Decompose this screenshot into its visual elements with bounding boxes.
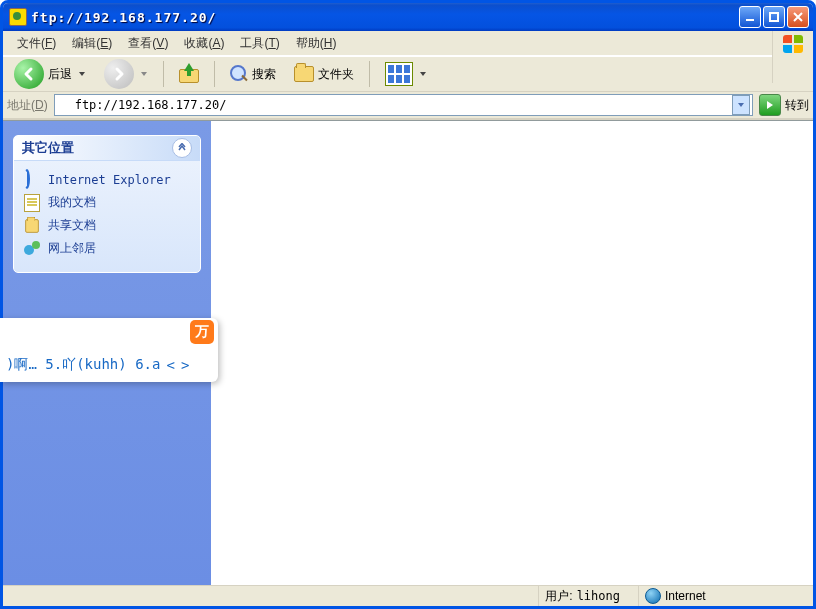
- separator: [163, 61, 164, 87]
- explorer-window: ftp://192.168.177.20/ 文件(F) 编辑(E) 查看(V) …: [0, 0, 816, 609]
- documents-icon: [24, 195, 40, 211]
- status-zone: Internet: [638, 586, 813, 606]
- link-label: 共享文档: [48, 217, 96, 234]
- views-button[interactable]: [378, 59, 434, 89]
- menu-bar: 文件(F) 编辑(E) 查看(V) 收藏(A) 工具(T) 帮助(H): [3, 31, 813, 56]
- panel-title: 其它位置: [22, 139, 74, 157]
- go-icon: [759, 94, 781, 116]
- panel-body: Internet Explorer 我的文档 共享文档 网上邻居: [14, 161, 200, 272]
- minimize-button[interactable]: [739, 6, 761, 28]
- folder-up-icon: [179, 65, 199, 83]
- folder-icon: [24, 218, 40, 234]
- link-label: Internet Explorer: [48, 173, 171, 187]
- chevron-down-icon: [419, 70, 427, 78]
- folders-button[interactable]: 文件夹: [287, 59, 361, 89]
- file-list-view[interactable]: [211, 121, 813, 585]
- address-field[interactable]: ftp://192.168.177.20/: [54, 94, 753, 116]
- chevron-up-icon: [177, 143, 187, 153]
- menu-file[interactable]: 文件(F): [9, 32, 64, 55]
- views-icon: [385, 62, 413, 86]
- ime-next-icon[interactable]: >: [181, 357, 189, 373]
- chevron-down-icon: [140, 70, 148, 78]
- link-label: 我的文档: [48, 194, 96, 211]
- user-value: lihong: [577, 589, 620, 603]
- maximize-button[interactable]: [763, 6, 785, 28]
- address-bar: 地址(D) ftp://192.168.177.20/ 转到: [3, 92, 813, 120]
- toolbar: 后退 搜索 文件夹: [3, 56, 813, 92]
- ime-candidate-bar[interactable]: 万 )啊… 5.吖(kuhh) 6.a < >: [0, 318, 218, 382]
- ime-candidates[interactable]: )啊… 5.吖(kuhh) 6.a: [6, 356, 160, 374]
- up-button[interactable]: [172, 59, 206, 89]
- windows-logo-throbber: [772, 31, 813, 83]
- title-bar[interactable]: ftp://192.168.177.20/: [3, 3, 813, 31]
- location-icon: [57, 98, 71, 112]
- menu-edit[interactable]: 编辑(E): [64, 32, 120, 55]
- app-icon: [9, 8, 27, 26]
- chevron-down-icon: [78, 70, 86, 78]
- ie-icon: [24, 172, 40, 188]
- address-dropdown-button[interactable]: [732, 95, 750, 115]
- link-my-documents[interactable]: 我的文档: [24, 191, 190, 214]
- forward-button[interactable]: [97, 59, 155, 89]
- window-title: ftp://192.168.177.20/: [31, 10, 739, 25]
- zone-label: Internet: [665, 589, 706, 603]
- link-network-places[interactable]: 网上邻居: [24, 237, 190, 260]
- close-button[interactable]: [787, 6, 809, 28]
- svg-rect-1: [770, 13, 778, 21]
- status-user: 用户: lihong: [538, 586, 638, 606]
- ime-logo-icon: 万: [190, 320, 214, 344]
- chevron-down-icon: [737, 101, 745, 109]
- go-button[interactable]: 转到: [759, 94, 809, 116]
- forward-icon: [104, 59, 134, 89]
- back-button[interactable]: 后退: [7, 59, 93, 89]
- panel-header[interactable]: 其它位置: [14, 136, 200, 161]
- separator: [214, 61, 215, 87]
- address-label: 地址(D): [7, 97, 48, 114]
- status-bar: 用户: lihong Internet: [3, 585, 813, 606]
- other-places-panel: 其它位置 Internet Explorer 我的文档: [13, 135, 201, 273]
- globe-icon: [645, 588, 661, 604]
- collapse-button[interactable]: [172, 138, 192, 158]
- network-icon: [24, 241, 40, 257]
- folder-icon: [294, 66, 314, 82]
- back-label: 后退: [48, 66, 72, 83]
- ime-prev-icon[interactable]: <: [166, 357, 174, 373]
- user-label: 用户:: [545, 588, 572, 605]
- svg-rect-0: [746, 19, 754, 21]
- search-button[interactable]: 搜索: [223, 59, 283, 89]
- menu-tools[interactable]: 工具(T): [232, 32, 287, 55]
- search-label: 搜索: [252, 66, 276, 83]
- menu-view[interactable]: 查看(V): [120, 32, 176, 55]
- link-shared-documents[interactable]: 共享文档: [24, 214, 190, 237]
- address-value: ftp://192.168.177.20/: [75, 98, 728, 112]
- folders-label: 文件夹: [318, 66, 354, 83]
- search-icon: [230, 65, 248, 83]
- menu-favorites[interactable]: 收藏(A): [176, 32, 232, 55]
- link-internet-explorer[interactable]: Internet Explorer: [24, 169, 190, 191]
- go-label: 转到: [785, 97, 809, 114]
- back-icon: [14, 59, 44, 89]
- separator: [369, 61, 370, 87]
- link-label: 网上邻居: [48, 240, 96, 257]
- menu-help[interactable]: 帮助(H): [288, 32, 345, 55]
